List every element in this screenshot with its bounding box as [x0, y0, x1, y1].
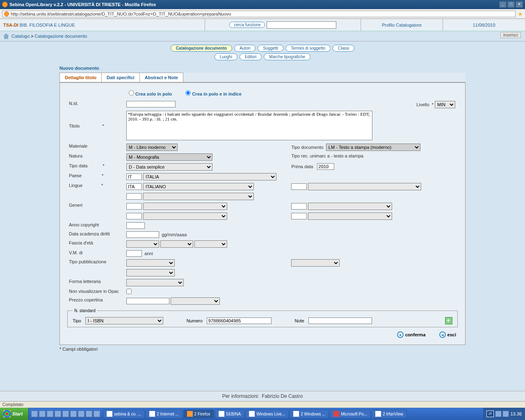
input-genere2-code[interactable]: [291, 203, 307, 210]
input-genere3-code[interactable]: [126, 213, 142, 219]
input-std-numero[interactable]: [207, 317, 272, 324]
maximize-button[interactable]: □: [507, 1, 515, 8]
breadcrumb-catalogazione[interactable]: Catalogazione documento: [35, 34, 87, 39]
checkbox-opac[interactable]: [126, 289, 132, 294]
form-box: Crea solo in polo Crea in polo e in indi…: [59, 82, 466, 345]
select-genere2[interactable]: [308, 203, 392, 210]
task-item-7[interactable]: Microsoft Po...: [330, 409, 371, 418]
select-forma[interactable]: [126, 279, 184, 286]
add-standard-icon[interactable]: [445, 317, 452, 324]
breadcrumb-catalogo[interactable]: Catalogo: [11, 34, 30, 39]
select-lingua3[interactable]: [143, 193, 254, 200]
ql-icon-1[interactable]: [31, 411, 38, 417]
pill-editori[interactable]: Editori: [240, 53, 262, 60]
input-anno-copyright[interactable]: [126, 222, 145, 229]
select-tipo-pub1[interactable]: [126, 259, 175, 267]
tray-icon-2[interactable]: [503, 411, 509, 417]
task-item-3[interactable]: 2 Firefox: [183, 409, 214, 418]
input-data-scadenza[interactable]: [126, 231, 159, 238]
taskbar: Start sebina & co. ... 2 Internet ... 2 …: [0, 408, 525, 420]
input-lingua1-code[interactable]: [126, 183, 142, 190]
input-paese-code[interactable]: [126, 173, 142, 180]
select-fascia2[interactable]: [160, 240, 193, 248]
task-item-5[interactable]: Windows Live...: [245, 409, 289, 418]
pill-catalogazione[interactable]: Catalogazione documento: [171, 45, 232, 52]
input-lingua3-code[interactable]: [126, 193, 142, 200]
radio-crea-polo[interactable]: [129, 90, 134, 96]
ql-icon-6[interactable]: [70, 411, 77, 417]
label-generi: Generi: [67, 201, 125, 211]
label-nid: N.id.: [67, 100, 125, 110]
input-prezzo[interactable]: [126, 298, 169, 304]
radio-crea-polo-indice[interactable]: [185, 90, 191, 96]
select-genere1[interactable]: [143, 203, 227, 210]
bookmark-star-icon[interactable]: ★: [518, 11, 523, 17]
input-genere4-code[interactable]: [291, 213, 307, 219]
esci-button[interactable]: ◄ esci: [439, 331, 456, 338]
tray-icon-1[interactable]: [495, 411, 501, 417]
close-button[interactable]: ×: [516, 1, 523, 8]
select-fascia3[interactable]: [194, 240, 227, 248]
ql-icon-9[interactable]: [94, 411, 100, 417]
select-livello[interactable]: MIN: [435, 101, 455, 108]
tab-dati-specifici[interactable]: Dati specifici: [101, 73, 140, 82]
select-genere3[interactable]: [143, 212, 227, 220]
select-lingua1[interactable]: ITALIANO: [143, 183, 254, 190]
select-tipo-data[interactable]: D - Data semplice: [126, 163, 212, 171]
label-vm: V.M. di: [67, 249, 125, 258]
lib-code: TSA-DI: [3, 23, 18, 27]
select-tipo-pub3[interactable]: [126, 269, 175, 276]
url-input[interactable]: http://sebina.units.it/sebinatest/catalo…: [2, 11, 516, 17]
input-std-note[interactable]: [308, 317, 372, 324]
task-item-6[interactable]: 2 Windows ...: [290, 409, 329, 418]
search-input[interactable]: [267, 21, 336, 29]
pill-autori[interactable]: Autori: [234, 45, 256, 52]
ql-icon-8[interactable]: [86, 411, 92, 417]
select-tipo-doc[interactable]: LM - Testo a stampa (moderno): [326, 144, 420, 151]
textarea-titolo[interactable]: *Europa selvaggia : i balcani nello sgua…: [126, 111, 372, 140]
tab-dettaglio[interactable]: Dettaglio titolo: [59, 73, 102, 82]
profile-cell[interactable]: Profilo Catalogatore: [361, 19, 443, 31]
task-item-2[interactable]: 2 Internet ...: [146, 409, 182, 418]
task-item-4[interactable]: SEBINA: [215, 409, 245, 418]
search-function-button[interactable]: cerca funzione: [229, 22, 265, 28]
input-genere1-code[interactable]: [126, 203, 142, 210]
select-natura[interactable]: M - Monografia: [126, 153, 212, 161]
select-valuta[interactable]: [171, 297, 220, 305]
app-header: TSA-DI BIB. FILOSOFIA E LINGUE cerca fun…: [0, 19, 525, 31]
pill-marche[interactable]: Marche tipografiche: [264, 53, 310, 60]
label-anno-copyright: Anno copyright: [67, 221, 125, 230]
minimize-button[interactable]: _: [499, 1, 507, 8]
pill-soggetti[interactable]: Soggetti: [258, 45, 283, 52]
conferma-button[interactable]: ● conferma: [397, 331, 426, 338]
statusbar: Completato: [0, 401, 525, 408]
label-lingue: Lingue: [69, 183, 82, 188]
ql-icon-3[interactable]: [47, 411, 53, 417]
start-button[interactable]: Start: [0, 408, 29, 420]
home-icon[interactable]: [3, 33, 9, 39]
tab-abstract[interactable]: Abstract e Note: [139, 73, 183, 82]
select-materiale[interactable]: M - Libro moderno: [126, 144, 178, 151]
pill-luoghi[interactable]: Luoghi: [215, 53, 237, 60]
task-item-1[interactable]: sebina & co. ...: [103, 409, 145, 418]
ql-icon-4[interactable]: [55, 411, 61, 417]
select-tipo-pub2[interactable]: [291, 259, 340, 267]
task-item-8[interactable]: 2 IrfanView: [372, 409, 407, 418]
ql-icon-5[interactable]: [62, 411, 69, 417]
select-paese[interactable]: ITALIA: [143, 173, 276, 180]
date-cell: 11/08/2010: [443, 19, 525, 31]
select-fascia1[interactable]: [126, 240, 159, 248]
select-std-tipo[interactable]: I - ISBN: [85, 317, 163, 324]
pill-termini[interactable]: Termini di soggetto: [285, 45, 331, 52]
input-prima-data[interactable]: [317, 163, 334, 170]
clock[interactable]: 13.36: [510, 411, 522, 416]
lang-indicator[interactable]: IT: [486, 411, 494, 417]
pill-classi[interactable]: Classi: [333, 45, 354, 52]
ql-icon-7[interactable]: [78, 411, 84, 417]
input-lingua2-code[interactable]: [291, 183, 307, 190]
ql-icon-2[interactable]: [39, 411, 46, 417]
input-vm[interactable]: [126, 250, 142, 257]
input-nid[interactable]: [126, 101, 176, 107]
select-genere4[interactable]: [308, 212, 392, 220]
select-lingua2[interactable]: [308, 183, 421, 190]
